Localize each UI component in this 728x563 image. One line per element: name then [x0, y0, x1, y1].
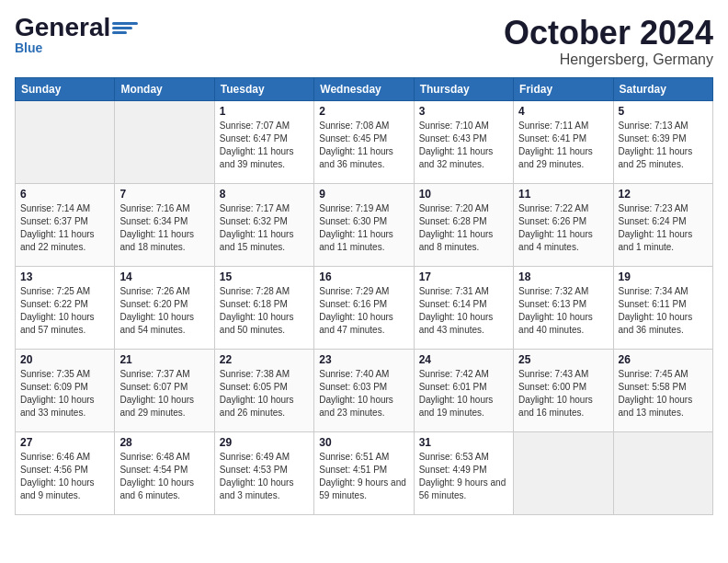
calendar-week-row: 1Sunrise: 7:07 AMSunset: 6:47 PMDaylight…	[16, 100, 713, 183]
day-number: 2	[319, 105, 408, 118]
location-title: Hengersberg, Germany	[504, 52, 713, 68]
day-info: Sunrise: 7:14 AMSunset: 6:37 PMDaylight:…	[20, 202, 109, 254]
day-of-week-header: Wednesday	[314, 77, 414, 100]
calendar-cell: 21Sunrise: 7:37 AMSunset: 6:07 PMDayligh…	[115, 349, 214, 431]
calendar-cell: 17Sunrise: 7:31 AMSunset: 6:14 PMDayligh…	[414, 266, 513, 349]
day-info: Sunrise: 7:42 AMSunset: 6:01 PMDaylight:…	[419, 368, 508, 419]
day-number: 18	[518, 270, 608, 283]
day-info: Sunrise: 7:28 AMSunset: 6:18 PMDaylight:…	[220, 285, 309, 337]
day-info: Sunrise: 7:37 AMSunset: 6:07 PMDaylight:…	[119, 368, 209, 419]
day-info: Sunrise: 6:51 AMSunset: 4:51 PMDaylight:…	[319, 451, 408, 502]
month-title: October 2024	[504, 15, 713, 52]
day-number: 14	[119, 270, 209, 283]
day-info: Sunrise: 7:35 AMSunset: 6:09 PMDaylight:…	[20, 368, 109, 419]
calendar-cell: 9Sunrise: 7:19 AMSunset: 6:30 PMDaylight…	[314, 183, 414, 266]
day-of-week-header: Monday	[115, 77, 214, 100]
calendar-cell: 12Sunrise: 7:23 AMSunset: 6:24 PMDayligh…	[613, 183, 712, 266]
calendar-cell: 14Sunrise: 7:26 AMSunset: 6:20 PMDayligh…	[115, 266, 214, 349]
day-number: 11	[518, 188, 608, 201]
day-number: 23	[319, 353, 408, 366]
day-info: Sunrise: 7:10 AMSunset: 6:43 PMDaylight:…	[419, 120, 508, 171]
calendar-cell	[514, 431, 613, 514]
calendar-cell: 28Sunrise: 6:48 AMSunset: 4:54 PMDayligh…	[115, 431, 214, 514]
page-header: General Blue October 2024 Hengersberg, G…	[15, 15, 713, 68]
day-of-week-header: Sunday	[16, 77, 115, 100]
calendar-cell: 29Sunrise: 6:49 AMSunset: 4:53 PMDayligh…	[214, 431, 313, 514]
day-header-row: SundayMondayTuesdayWednesdayThursdayFrid…	[16, 77, 713, 100]
calendar-week-row: 27Sunrise: 6:46 AMSunset: 4:56 PMDayligh…	[16, 431, 713, 514]
day-number: 3	[419, 105, 508, 118]
day-number: 16	[319, 270, 408, 283]
day-number: 29	[220, 436, 309, 449]
calendar-cell: 25Sunrise: 7:43 AMSunset: 6:00 PMDayligh…	[514, 349, 613, 431]
calendar-cell: 5Sunrise: 7:13 AMSunset: 6:39 PMDaylight…	[613, 100, 712, 183]
calendar-cell: 8Sunrise: 7:17 AMSunset: 6:32 PMDaylight…	[214, 183, 313, 266]
logo-general-text: General	[15, 15, 110, 40]
day-number: 10	[419, 188, 508, 201]
day-info: Sunrise: 7:43 AMSunset: 6:00 PMDaylight:…	[518, 368, 608, 419]
day-info: Sunrise: 6:49 AMSunset: 4:53 PMDaylight:…	[220, 451, 309, 502]
calendar-week-row: 13Sunrise: 7:25 AMSunset: 6:22 PMDayligh…	[16, 266, 713, 349]
day-number: 31	[419, 436, 508, 449]
calendar-cell: 10Sunrise: 7:20 AMSunset: 6:28 PMDayligh…	[414, 183, 513, 266]
day-info: Sunrise: 7:13 AMSunset: 6:39 PMDaylight:…	[619, 120, 708, 171]
day-number: 15	[220, 270, 309, 283]
calendar-cell: 13Sunrise: 7:25 AMSunset: 6:22 PMDayligh…	[16, 266, 115, 349]
day-info: Sunrise: 7:19 AMSunset: 6:30 PMDaylight:…	[319, 202, 408, 254]
day-number: 4	[518, 105, 608, 118]
day-info: Sunrise: 7:40 AMSunset: 6:03 PMDaylight:…	[319, 368, 408, 419]
calendar-cell: 18Sunrise: 7:32 AMSunset: 6:13 PMDayligh…	[514, 266, 613, 349]
calendar-cell: 6Sunrise: 7:14 AMSunset: 6:37 PMDaylight…	[16, 183, 115, 266]
calendar-cell: 22Sunrise: 7:38 AMSunset: 6:05 PMDayligh…	[214, 349, 313, 431]
day-number: 13	[20, 270, 109, 283]
calendar-table: SundayMondayTuesdayWednesdayThursdayFrid…	[15, 77, 713, 515]
calendar-cell: 23Sunrise: 7:40 AMSunset: 6:03 PMDayligh…	[314, 349, 414, 431]
calendar-cell: 31Sunrise: 6:53 AMSunset: 4:49 PMDayligh…	[414, 431, 513, 514]
day-number: 26	[619, 353, 708, 366]
day-number: 20	[20, 353, 109, 366]
calendar-cell: 19Sunrise: 7:34 AMSunset: 6:11 PMDayligh…	[613, 266, 712, 349]
day-info: Sunrise: 7:45 AMSunset: 5:58 PMDaylight:…	[619, 368, 708, 419]
calendar-cell	[115, 100, 214, 183]
calendar-cell: 20Sunrise: 7:35 AMSunset: 6:09 PMDayligh…	[16, 349, 115, 431]
title-section: October 2024 Hengersberg, Germany	[504, 15, 713, 68]
logo-blue-text: Blue	[15, 40, 138, 55]
logo-icon	[112, 22, 138, 34]
day-number: 19	[619, 270, 708, 283]
day-info: Sunrise: 7:16 AMSunset: 6:34 PMDaylight:…	[119, 202, 209, 254]
day-info: Sunrise: 7:07 AMSunset: 6:47 PMDaylight:…	[220, 120, 309, 171]
day-number: 27	[20, 436, 109, 449]
day-info: Sunrise: 7:25 AMSunset: 6:22 PMDaylight:…	[20, 285, 109, 337]
calendar-cell	[613, 431, 712, 514]
day-of-week-header: Tuesday	[214, 77, 313, 100]
day-number: 1	[220, 105, 309, 118]
day-number: 9	[319, 188, 408, 201]
day-of-week-header: Saturday	[613, 77, 712, 100]
calendar-cell: 7Sunrise: 7:16 AMSunset: 6:34 PMDaylight…	[115, 183, 214, 266]
day-number: 8	[220, 188, 309, 201]
day-info: Sunrise: 7:22 AMSunset: 6:26 PMDaylight:…	[518, 202, 608, 254]
calendar-cell: 15Sunrise: 7:28 AMSunset: 6:18 PMDayligh…	[214, 266, 313, 349]
day-number: 30	[319, 436, 408, 449]
day-number: 12	[619, 188, 708, 201]
day-info: Sunrise: 7:20 AMSunset: 6:28 PMDaylight:…	[419, 202, 508, 254]
calendar-cell: 2Sunrise: 7:08 AMSunset: 6:45 PMDaylight…	[314, 100, 414, 183]
day-number: 5	[619, 105, 708, 118]
day-info: Sunrise: 7:23 AMSunset: 6:24 PMDaylight:…	[619, 202, 708, 254]
calendar-cell: 11Sunrise: 7:22 AMSunset: 6:26 PMDayligh…	[514, 183, 613, 266]
calendar-cell: 30Sunrise: 6:51 AMSunset: 4:51 PMDayligh…	[314, 431, 414, 514]
day-number: 7	[119, 188, 209, 201]
calendar-cell: 3Sunrise: 7:10 AMSunset: 6:43 PMDaylight…	[414, 100, 513, 183]
day-info: Sunrise: 7:31 AMSunset: 6:14 PMDaylight:…	[419, 285, 508, 337]
day-of-week-header: Thursday	[414, 77, 513, 100]
day-info: Sunrise: 7:34 AMSunset: 6:11 PMDaylight:…	[619, 285, 708, 337]
day-info: Sunrise: 7:32 AMSunset: 6:13 PMDaylight:…	[518, 285, 608, 337]
day-number: 28	[119, 436, 209, 449]
calendar-cell: 16Sunrise: 7:29 AMSunset: 6:16 PMDayligh…	[314, 266, 414, 349]
day-info: Sunrise: 7:38 AMSunset: 6:05 PMDaylight:…	[220, 368, 309, 419]
calendar-cell: 1Sunrise: 7:07 AMSunset: 6:47 PMDaylight…	[214, 100, 313, 183]
day-number: 25	[518, 353, 608, 366]
day-number: 21	[119, 353, 209, 366]
day-info: Sunrise: 6:48 AMSunset: 4:54 PMDaylight:…	[119, 451, 209, 502]
calendar-cell: 27Sunrise: 6:46 AMSunset: 4:56 PMDayligh…	[16, 431, 115, 514]
